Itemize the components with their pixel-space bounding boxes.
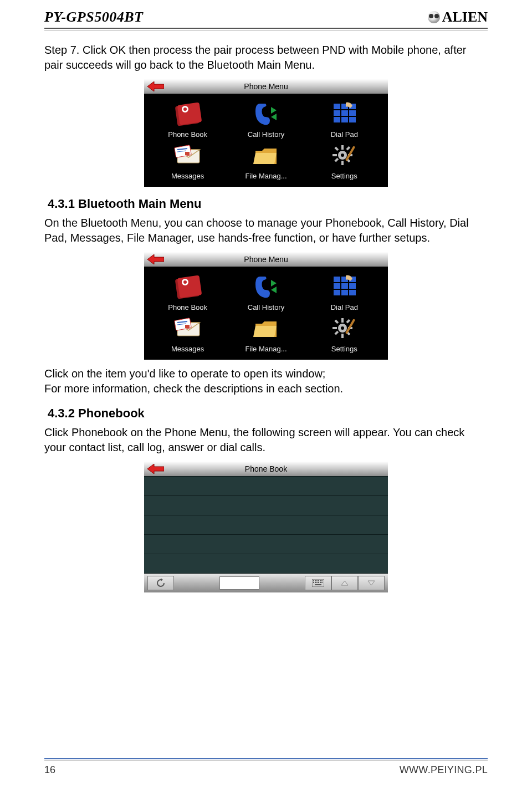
svg-rect-74	[321, 580, 323, 581]
phonebook-row[interactable]	[144, 515, 388, 535]
menu-label: Call History	[248, 130, 284, 139]
header-rule-thick	[44, 28, 488, 29]
menu-label: Settings	[331, 345, 357, 353]
svg-rect-43	[334, 283, 340, 289]
menu-label: Dial Pad	[331, 303, 358, 311]
page-indicator	[219, 576, 259, 590]
menu-dial-pad[interactable]: Dial Pad	[311, 272, 377, 311]
titlebar: Phone Book	[144, 462, 388, 476]
svg-rect-32	[345, 146, 355, 161]
refresh-button[interactable]	[147, 576, 174, 590]
menu-label: Messages	[171, 345, 204, 353]
menu-label: Phone Book	[168, 303, 207, 311]
svg-rect-65	[345, 319, 355, 334]
svg-marker-0	[147, 81, 164, 91]
svg-point-64	[341, 326, 344, 330]
phone-menu-screenshot-1: Phone Menu Phone Book Call History	[144, 79, 388, 187]
menu-label: Settings	[331, 172, 357, 180]
svg-rect-45	[349, 283, 356, 289]
svg-rect-81	[315, 584, 321, 585]
scroll-down-button[interactable]	[358, 576, 385, 590]
step7-paragraph: Step 7. Click OK then process the pair p…	[44, 43, 488, 73]
page-number: 16	[44, 764, 55, 776]
svg-rect-78	[318, 582, 319, 583]
footer-rule-thin	[44, 760, 488, 761]
svg-rect-71	[316, 580, 318, 581]
menu-phone-book[interactable]: Phone Book	[155, 272, 221, 311]
screenshot-title: Phone Menu	[244, 255, 288, 264]
call-history-icon	[247, 272, 285, 301]
messages-icon	[168, 314, 207, 343]
svg-rect-21	[185, 152, 190, 155]
phone-menu-screenshot-2: Phone Menu Phone Book Call History	[144, 252, 388, 360]
menu-settings[interactable]: Settings	[311, 141, 377, 180]
menu-dial-pad[interactable]: Dial Pad	[311, 99, 377, 139]
svg-rect-54	[185, 325, 190, 328]
phonebook-row[interactable]	[144, 496, 388, 515]
messages-icon	[168, 141, 207, 170]
svg-rect-7	[334, 104, 340, 109]
titlebar: Phone Menu	[144, 79, 388, 94]
svg-marker-83	[368, 581, 375, 585]
svg-marker-5	[271, 107, 277, 114]
menu-call-history[interactable]: Call History	[233, 272, 299, 311]
menu-label: File Manag...	[245, 172, 287, 180]
phone-book-icon	[168, 272, 207, 301]
alien-icon	[428, 11, 440, 23]
device-model: PY-GPS5004BT	[44, 9, 143, 25]
svg-rect-40	[334, 277, 340, 282]
svg-rect-25	[332, 154, 337, 156]
svg-rect-75	[313, 582, 314, 583]
svg-rect-46	[334, 290, 340, 295]
menu-file-manager[interactable]: File Manag...	[233, 314, 299, 353]
svg-rect-29	[346, 146, 351, 151]
page-footer: 16 WWW.PEIYING.PL	[44, 758, 488, 776]
phonebook-row[interactable]	[144, 535, 388, 554]
back-arrow-icon[interactable]	[147, 254, 164, 264]
svg-rect-23	[341, 145, 344, 150]
svg-rect-14	[341, 117, 348, 122]
menu-label: File Manag...	[245, 345, 287, 353]
phonebook-row[interactable]	[144, 476, 388, 496]
phonebook-toolbar	[144, 574, 388, 592]
svg-rect-48	[349, 290, 356, 295]
phonebook-row[interactable]	[144, 554, 388, 574]
svg-marker-33	[147, 254, 164, 264]
menu-label: Messages	[171, 172, 204, 180]
menu-file-manager[interactable]: File Manag...	[233, 141, 299, 180]
page-header: PY-GPS5004BT ALIEN	[44, 9, 488, 25]
menu-call-history[interactable]: Call History	[233, 99, 299, 139]
titlebar: Phone Menu	[144, 252, 388, 267]
click-item-line-1: Click on the item you'd like to operate …	[44, 366, 488, 381]
menu-label: Phone Book	[168, 130, 207, 139]
keyboard-button[interactable]	[305, 576, 331, 590]
footer-url: WWW.PEIYING.PL	[400, 764, 488, 776]
back-arrow-icon[interactable]	[147, 464, 164, 474]
svg-rect-62	[346, 319, 351, 324]
dial-pad-icon	[325, 99, 364, 128]
brand-logo: ALIEN	[428, 9, 488, 25]
svg-marker-39	[271, 287, 277, 293]
scroll-up-button[interactable]	[331, 576, 358, 590]
menu-label: Dial Pad	[331, 130, 358, 139]
svg-rect-72	[318, 580, 319, 581]
screenshot-title: Phone Menu	[244, 82, 288, 91]
menu-messages[interactable]: Messages	[155, 141, 221, 180]
svg-rect-37	[183, 280, 187, 284]
call-history-icon	[247, 99, 285, 128]
back-arrow-icon[interactable]	[147, 81, 164, 91]
svg-rect-79	[320, 582, 321, 583]
screenshot-title: Phone Book	[245, 464, 287, 473]
menu-settings[interactable]: Settings	[311, 314, 377, 353]
svg-rect-11	[341, 110, 348, 116]
svg-rect-44	[341, 283, 348, 289]
svg-rect-63	[335, 331, 339, 335]
click-item-line-2: For more information, check the descript…	[44, 381, 488, 396]
menu-messages[interactable]: Messages	[155, 314, 221, 353]
svg-point-31	[341, 154, 344, 157]
dial-pad-icon	[325, 272, 364, 301]
menu-label: Call History	[248, 303, 284, 311]
menu-phone-book[interactable]: Phone Book	[155, 99, 221, 139]
svg-rect-30	[335, 158, 339, 162]
header-rule-thin	[44, 30, 488, 30]
